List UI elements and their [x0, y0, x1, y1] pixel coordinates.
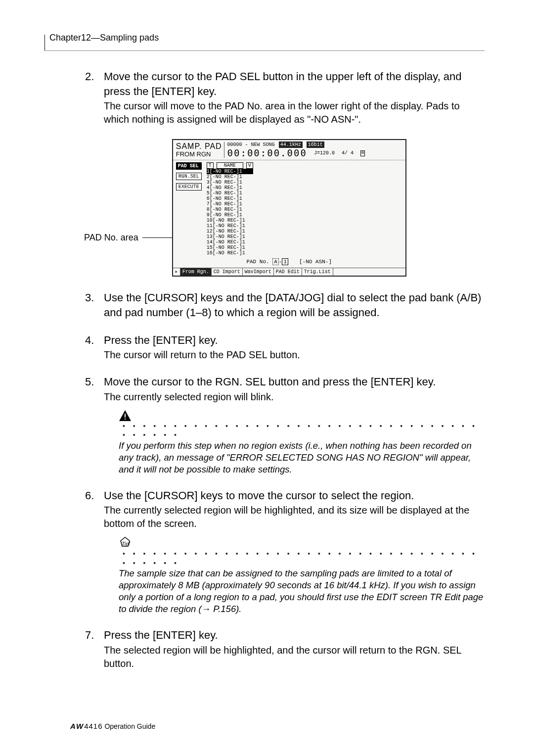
pad-no-area[interactable]: PAD No. A-1 [-NO ASN-]	[173, 257, 405, 268]
list-row: 6[-NO REC-]1	[207, 196, 253, 201]
svg-rect-2	[125, 419, 126, 420]
step-number-6: 6.	[85, 488, 94, 503]
list-row: 2[-NO REC-]1	[207, 174, 253, 180]
svg-text:Tip!: Tip!	[122, 540, 131, 546]
tip-note: Tip! • • • • • • • • • • • • • • • • • •…	[119, 536, 485, 615]
col-name: NAME	[217, 162, 243, 169]
lcd-tempo: J=120.0	[314, 150, 335, 156]
lcd-title-small: FROM RGN	[176, 151, 222, 158]
step-2-head: Move the cursor to the PAD SEL button in…	[104, 69, 485, 98]
list-row: 14[-NO REC-]1	[207, 239, 253, 245]
col-t: T	[207, 162, 214, 169]
tab-cd-import[interactable]: CD Import	[212, 268, 243, 276]
execute-button[interactable]: EXECUTE	[176, 183, 202, 190]
footer-doc: Operation Guide	[103, 722, 156, 730]
lcd-time: 00:00:00.000	[227, 148, 307, 158]
list-row: 7[-NO REC-]1	[207, 201, 253, 207]
step-7-body: The selected region will be highlighted,…	[104, 644, 485, 670]
step-5-head: Move the cursor to the RGN. SEL button a…	[104, 375, 485, 389]
lcd-song: 00000 - NEW SONG	[227, 142, 275, 147]
tip-text: The sample size that can be assigned to …	[119, 568, 483, 614]
tab-pad-edit[interactable]: PAD Edit	[274, 268, 302, 276]
chapter-header: Chapter12—Sampling pads	[49, 32, 159, 44]
callout-pad-no: PAD No. area	[84, 232, 138, 243]
tab-from-rgn[interactable]: From Rgn.	[180, 268, 212, 276]
step-number-4: 4.	[85, 333, 94, 348]
list-row: 11[-NO REC-]1	[207, 223, 253, 229]
list-row: 1[-NO REC-]1	[207, 169, 253, 174]
svg-rect-1	[125, 414, 126, 418]
lcd-bars: 4/ 4	[342, 150, 354, 156]
footer-model: 4416	[84, 722, 102, 730]
step-number-2: 2.	[85, 69, 94, 84]
padno-label: PAD No.	[246, 259, 269, 265]
lcd-display: SAMP. PAD FROM RGN 00000 - NEW SONG 44.1…	[172, 139, 406, 277]
list-row: 3[-NO REC-]1	[207, 180, 253, 185]
header-rule	[44, 35, 45, 50]
step-3-head: Use the [CURSOR] keys and the [DATA/JOG]…	[104, 290, 485, 320]
lcd-bit: 16bit	[307, 142, 324, 148]
step-2-body: The cursor will move to the PAD No. area…	[104, 99, 485, 126]
tab-trig-list[interactable]: Trig.List	[302, 268, 333, 276]
step-6-body: The currently selected region will be hi…	[104, 504, 485, 530]
list-row: 15[-NO REC-]1	[207, 245, 253, 250]
tip-icon: Tip!	[119, 536, 132, 549]
list-row: 8[-NO REC-]1	[207, 207, 253, 212]
step-7-head: Press the [ENTER] key.	[104, 628, 485, 643]
rgn-sel-button[interactable]: RGN.SEL	[176, 173, 202, 180]
list-row: 5[-NO REC-]1	[207, 190, 253, 196]
list-row: 13[-NO REC-]1	[207, 234, 253, 239]
step-6-head: Use the [CURSOR] keys to move the cursor…	[104, 488, 485, 503]
midi-icon: m	[360, 150, 365, 156]
step-number-3: 3.	[85, 290, 94, 305]
step-4-body: The cursor will return to the PAD SEL bu…	[104, 348, 485, 362]
padno-asn: [-NO ASN-]	[299, 259, 332, 265]
header-divider	[44, 50, 485, 51]
step-number-7: 7.	[85, 628, 94, 643]
col-v: V	[246, 162, 253, 169]
list-row: 12[-NO REC-]1	[207, 229, 253, 234]
dots: • • • • • • • • • • • • • • • • • • • • …	[123, 549, 485, 567]
region-list: T NAME V 1[-NO REC-]1 2[-NO REC-]1 3[-NO…	[207, 162, 253, 256]
list-row: 10[-NO REC-]1	[207, 218, 253, 223]
lcd-title-big: SAMP. PAD	[176, 142, 222, 151]
warning-note: • • • • • • • • • • • • • • • • • • • • …	[119, 410, 485, 475]
lcd-screenshot: PAD No. area SAMP. PAD FROM RGN 00000 - …	[84, 139, 485, 277]
step-4-head: Press the [ENTER] key.	[104, 333, 485, 348]
step-number-5: 5.	[85, 375, 94, 389]
tab-arrow-icon[interactable]: ▸	[173, 268, 180, 276]
warning-text: If you perform this step when no region …	[119, 440, 472, 474]
dots: • • • • • • • • • • • • • • • • • • • • …	[123, 422, 485, 439]
warning-icon	[119, 410, 132, 422]
list-row: 9[-NO REC-]1	[207, 212, 253, 218]
list-row: 16[-NO REC-]1	[207, 250, 253, 256]
footer: AW4416 Operation Guide	[70, 721, 155, 731]
list-row: 4[-NO REC-]1	[207, 185, 253, 190]
tab-wav-import[interactable]: WavImport	[243, 268, 274, 276]
pad-sel-button[interactable]: PAD SEL	[176, 162, 202, 170]
padno-number[interactable]: 1	[282, 258, 288, 265]
lcd-tabs: ▸ From Rgn. CD Import WavImport PAD Edit…	[173, 268, 405, 276]
padno-bank[interactable]: A	[272, 258, 279, 265]
footer-logo: AW	[70, 722, 84, 730]
step-5-body: The currently selected region will blink…	[104, 390, 485, 404]
